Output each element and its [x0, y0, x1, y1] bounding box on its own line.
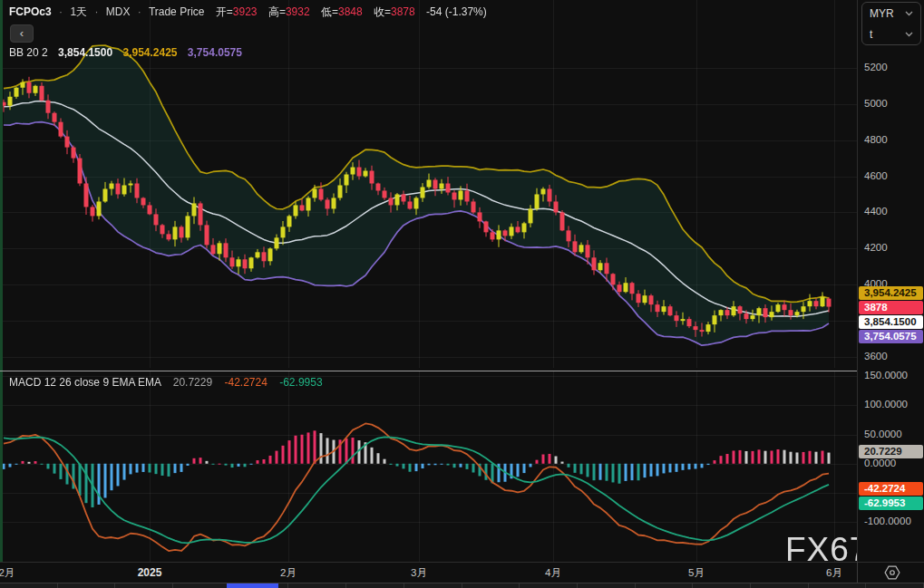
- price-badge: 3,854.1500: [859, 315, 923, 329]
- price-source-label: Trade Price: [149, 5, 205, 18]
- price-axis-tick: 3600: [864, 351, 888, 361]
- open-label: 开=: [216, 5, 233, 18]
- time-axis-label: 12月: [0, 563, 15, 583]
- price-axis-tick: 4200: [864, 242, 888, 253]
- price-badge: 3,754.0575: [859, 330, 923, 343]
- interval-label[interactable]: 1天: [70, 5, 87, 18]
- currency-selector[interactable]: MYR: [862, 3, 920, 24]
- exchange-label: MDX: [106, 5, 131, 18]
- bb-label: BB 20 2: [9, 46, 48, 59]
- price-axis-tick: 4400: [864, 206, 888, 217]
- bb-upper-value: 3,954.2425: [122, 46, 177, 59]
- scrollbar-segment: [462, 583, 520, 588]
- macd-line-value: -42.2724: [224, 376, 267, 389]
- separator: ·: [94, 5, 98, 18]
- close-label: 收=: [374, 5, 391, 18]
- low-value: 3848: [338, 5, 363, 18]
- time-axis-label: 3月: [411, 563, 427, 583]
- high-value: 3932: [286, 5, 310, 18]
- open-value: 3923: [233, 5, 258, 18]
- low-label: 低=: [321, 5, 338, 18]
- macd-chart-canvas[interactable]: [0, 371, 857, 562]
- scrollbar-segment: [58, 583, 116, 588]
- macd-hist-value: 20.7229: [173, 376, 212, 389]
- price-axis-tick: 5200: [864, 62, 888, 72]
- unit-selector-box: MYR t: [861, 2, 921, 45]
- time-axis-label: 2月: [280, 563, 297, 583]
- bollinger-legend[interactable]: BB 20 2 3,854.1500 3,954.2425 3,754.0575: [9, 46, 242, 59]
- chevron-down-icon: [905, 32, 913, 37]
- close-value: 3878: [391, 5, 415, 18]
- back-button[interactable]: ‹: [10, 24, 34, 43]
- back-chevron-icon: ‹: [20, 26, 24, 40]
- time-axis-label: 4月: [545, 563, 561, 583]
- axis-corner-divider: [857, 562, 858, 583]
- scrollbar-segment: [809, 583, 867, 588]
- scrollbar-segment: [0, 583, 58, 588]
- price-badge: 3,954.2425: [859, 286, 923, 300]
- symbol-header: FCPOc3 · 1天 · MDX · Trade Price 开=3923 高…: [9, 5, 487, 20]
- high-label: 高=: [268, 5, 286, 18]
- macd-signal-value: -62.9953: [279, 376, 322, 389]
- price-scale-axis[interactable]: MYR t 5200500048004600440042004000380036…: [857, 0, 924, 562]
- scrollbar-segment: [173, 583, 231, 588]
- currency-label: MYR: [870, 7, 894, 20]
- macd-badge: 20.7229: [859, 445, 923, 458]
- trading-chart-app: FCPOc3 · 1天 · MDX · Trade Price 开=3923 高…: [0, 0, 924, 588]
- scrollbar-thumb[interactable]: [227, 583, 278, 588]
- scrollbar-segment: [751, 583, 809, 588]
- macd-label: MACD 12 26 close 9 EMA EMA: [9, 376, 160, 389]
- range-scrollbar: [0, 583, 924, 588]
- separator: ·: [138, 5, 141, 18]
- scrollbar-segment: [866, 583, 924, 588]
- macd-axis-tick: 50.0000: [864, 429, 902, 439]
- macd-axis-tick: 0.0000: [864, 458, 896, 468]
- separator: ·: [59, 5, 63, 18]
- macd-legend[interactable]: MACD 12 26 close 9 EMA EMA 20.7229 -42.2…: [9, 376, 323, 389]
- bb-mid-value: 3,854.1500: [58, 46, 112, 59]
- time-axis-label: 5月: [688, 563, 705, 583]
- panel-divider-handle[interactable]: [0, 371, 924, 371]
- macd-axis-tick: -100.0000: [864, 516, 911, 526]
- change-value: -54 (-1.37%): [426, 5, 487, 18]
- gear-icon[interactable]: [884, 564, 900, 581]
- macd-axis-tick: 150.0000: [864, 370, 908, 381]
- price-axis-tick: 4800: [864, 134, 888, 145]
- scrollbar-segment: [404, 583, 462, 588]
- scrollbar-segment: [288, 583, 346, 588]
- scrollbar-segment: [346, 583, 404, 588]
- scrollbar-segment: [578, 583, 636, 588]
- price-axis-tick: 4600: [864, 170, 888, 181]
- macd-axis-tick: 100.0000: [864, 399, 908, 410]
- time-axis-label: 2025: [138, 563, 162, 583]
- macd-badge: -42.2724: [859, 482, 923, 496]
- macd-badge: -62.9953: [859, 496, 923, 510]
- scrollbar-segment: [693, 583, 751, 588]
- scrollbar-segment: [115, 583, 173, 588]
- scrollbar-segment: [520, 583, 578, 588]
- unit-label: t: [870, 28, 872, 41]
- bb-lower-value: 3,754.0575: [188, 46, 242, 59]
- price-axis-tick: 5000: [864, 98, 888, 109]
- left-panel-edge: [0, 0, 3, 583]
- symbol-name[interactable]: FCPOc3: [9, 5, 52, 18]
- chevron-down-icon: [905, 11, 913, 16]
- scrollbar-segment: [636, 583, 694, 588]
- price-badge: 3878: [859, 301, 923, 314]
- unit-selector[interactable]: t: [862, 24, 920, 44]
